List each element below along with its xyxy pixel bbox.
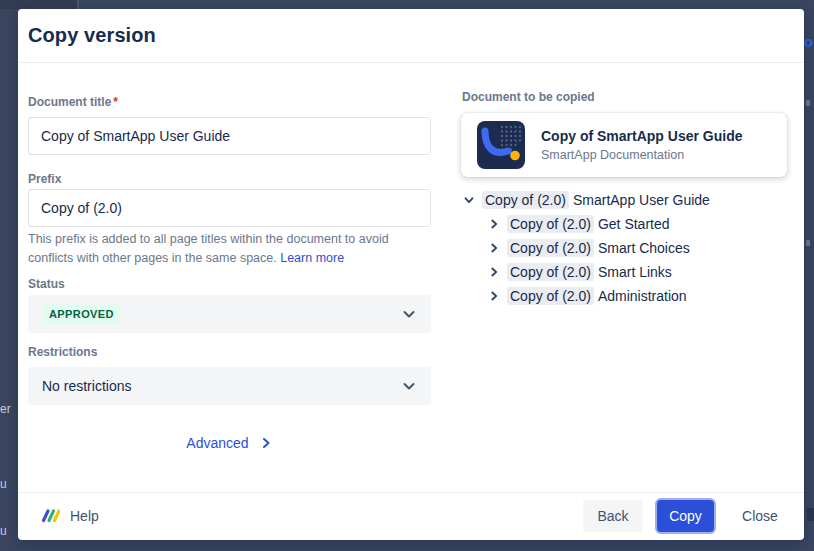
preview-heading: Document to be copied — [462, 90, 595, 104]
chevron-right-icon — [259, 436, 273, 450]
advanced-link-label: Advanced — [186, 435, 248, 451]
advanced-link[interactable]: Advanced — [28, 433, 431, 453]
tree-item-prefix: Copy of (2.0) — [507, 215, 594, 233]
tree-item-prefix: Copy of (2.0) — [507, 263, 594, 281]
background-topbar-seam — [77, 0, 79, 9]
tree-item-title: Smart Choices — [598, 240, 690, 256]
chevron-down-icon — [401, 378, 417, 394]
prefix-input[interactable] — [28, 189, 431, 227]
tree-row[interactable]: Copy of (2.0) Get Started — [462, 212, 792, 236]
tree-item-prefix: Copy of (2.0) — [482, 191, 569, 209]
status-label: Status — [28, 277, 65, 291]
chevron-right-icon[interactable] — [487, 241, 501, 255]
copy-button[interactable]: Copy — [657, 500, 714, 532]
prefix-help-text: This prefix is added to all page titles … — [28, 230, 428, 268]
required-asterisk: * — [113, 95, 118, 109]
tree-row-root[interactable]: Copy of (2.0) SmartApp User Guide — [462, 188, 792, 212]
background-page-fragment: er — [0, 402, 11, 416]
document-title-label: Document title* — [28, 95, 118, 109]
tree-item-title: Administration — [598, 288, 687, 304]
header-divider — [18, 62, 804, 63]
tree-item-prefix: Copy of (2.0) — [507, 239, 594, 257]
restrictions-value: No restrictions — [42, 378, 131, 394]
background-page-fragment — [807, 508, 814, 521]
status-select[interactable]: APPROVED — [28, 295, 431, 333]
document-card-title: Copy of SmartApp User Guide — [541, 128, 742, 144]
back-button[interactable]: Back — [583, 500, 643, 532]
document-card-text: Copy of SmartApp User Guide SmartApp Doc… — [541, 128, 742, 162]
background-page-fragment: u — [0, 477, 7, 491]
status-badge: APPROVED — [42, 304, 121, 324]
document-card-subtitle: SmartApp Documentation — [541, 148, 742, 162]
tree-item-prefix: Copy of (2.0) — [507, 287, 594, 305]
background-topbar — [0, 0, 77, 9]
copy-version-dialog: Copy version Document title* Prefix This… — [18, 9, 804, 540]
document-card: Copy of SmartApp User Guide SmartApp Doc… — [461, 113, 787, 177]
restrictions-select[interactable]: No restrictions — [28, 367, 431, 405]
help-logo-icon — [40, 507, 60, 525]
background-page-fragment: o — [804, 33, 813, 50]
chevron-right-icon[interactable] — [487, 289, 501, 303]
document-title-label-text: Document title — [28, 95, 111, 109]
background-page-fragment — [806, 240, 810, 246]
background-page-fragment: u — [0, 524, 7, 538]
tree-row[interactable]: Copy of (2.0) Smart Links — [462, 260, 792, 284]
chevron-down-icon — [401, 306, 417, 322]
chevron-right-icon[interactable] — [487, 217, 501, 231]
document-title-input[interactable] — [28, 117, 431, 155]
tree-row[interactable]: Copy of (2.0) Administration — [462, 284, 792, 308]
background-page-fragment — [806, 100, 810, 106]
page-tree: Copy of (2.0) SmartApp User Guide Copy o… — [462, 188, 792, 308]
dialog-title: Copy version — [28, 24, 156, 47]
learn-more-link[interactable]: Learn more — [280, 251, 344, 265]
tree-item-title: SmartApp User Guide — [573, 192, 710, 208]
document-thumbnail-icon — [477, 121, 525, 169]
help-button[interactable]: Help — [40, 500, 99, 532]
prefix-label: Prefix — [28, 172, 61, 186]
close-button[interactable]: Close — [731, 500, 789, 532]
help-button-label: Help — [70, 508, 99, 524]
tree-item-title: Smart Links — [598, 264, 672, 280]
chevron-right-icon[interactable] — [487, 265, 501, 279]
chevron-down-icon[interactable] — [462, 193, 476, 207]
tree-row[interactable]: Copy of (2.0) Smart Choices — [462, 236, 792, 260]
footer-divider — [18, 492, 804, 493]
restrictions-label: Restrictions — [28, 345, 97, 359]
tree-item-title: Get Started — [598, 216, 670, 232]
